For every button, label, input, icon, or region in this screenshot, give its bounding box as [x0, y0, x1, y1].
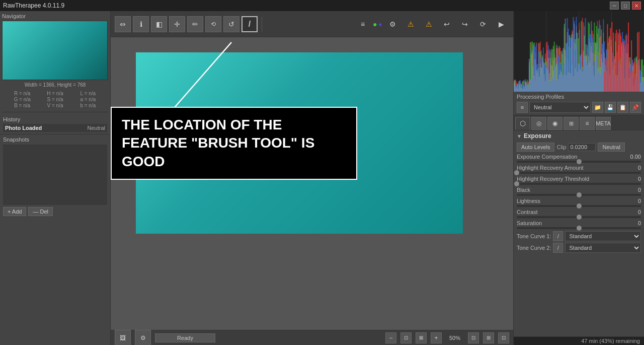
toolbar-separator: [262, 17, 262, 32]
proc-list-icon[interactable]: ≡: [517, 102, 528, 113]
zoom-in-button[interactable]: +: [431, 332, 442, 343]
proc-save-icon[interactable]: 💾: [605, 102, 616, 113]
statusbar-left: 🖼 ⚙ Ready: [115, 330, 215, 346]
proc-open-icon[interactable]: 📁: [592, 102, 603, 113]
minimize-button[interactable]: ─: [610, 2, 619, 10]
highlight-recovery-slider[interactable]: [517, 172, 641, 174]
expand-button[interactable]: ⊡: [498, 332, 509, 343]
saturation-slider[interactable]: [517, 227, 641, 229]
history-title: History: [3, 116, 107, 122]
annotation-text: THE LOCATION OF THE FEATURE "BRUSH TOOL"…: [122, 116, 346, 171]
close-button[interactable]: ✕: [632, 2, 641, 10]
brush-tool-button[interactable]: /: [242, 16, 258, 32]
info-tool-button[interactable]: ℹ: [133, 16, 149, 32]
statusbar: 🖼 ⚙ Ready − ⊡ ⊠ + 50% ⊡ ⊞ ⊡: [111, 330, 513, 345]
tab-raw[interactable]: ≡: [580, 117, 595, 130]
histogram-canvas: [514, 11, 644, 92]
tone-curve2-select[interactable]: Standard: [565, 243, 641, 253]
proc-paste-icon[interactable]: 📌: [630, 102, 641, 113]
contrast-slider[interactable]: [517, 216, 641, 218]
history-item-value: Neutral: [88, 125, 105, 131]
fullscreen-button[interactable]: ⊞: [483, 332, 494, 343]
tab-color[interactable]: ◎: [531, 117, 546, 130]
lightness-slider[interactable]: [517, 205, 641, 207]
black-row: Black 0: [517, 187, 641, 196]
toolbar: ⇔ ℹ ◧ ✛ ✏ ⟲ ↺ / ≡ ● ● ⚙ ⚠ ⚠ ↩ ↪ ⟳ ▶: [111, 11, 513, 37]
tab-transform[interactable]: ⊞: [564, 117, 579, 130]
exposure-panel: ▼ Exposure Auto Levels Clip Neutral Expo…: [514, 130, 644, 336]
right-panel: Processing Profiles ≡ Neutral 📁 💾 📋 📌 ⬡ …: [513, 11, 644, 345]
maximize-button[interactable]: □: [621, 2, 630, 10]
tone-curve1-label: Tone Curve 1:: [517, 233, 551, 239]
highlight-threshold-label: Highlight Recovery Threshold 0: [517, 176, 641, 182]
saturation-row: Saturation 0: [517, 220, 641, 229]
rotate-tool-button[interactable]: ↺: [223, 16, 239, 32]
status-settings-icon[interactable]: ⚙: [135, 330, 151, 346]
clip-input[interactable]: [568, 143, 596, 151]
statusbar-right: − ⊡ ⊠ + 50% ⊡ ⊞ ⊡: [385, 332, 509, 343]
color-tool-button[interactable]: ◧: [151, 16, 167, 32]
status-photo-icon[interactable]: 🖼: [115, 330, 131, 346]
navigator-title: Navigator: [2, 13, 108, 19]
tone-curve1-icon[interactable]: /: [553, 231, 563, 241]
auto-levels-button[interactable]: Auto Levels: [517, 143, 554, 152]
annotation-box: THE LOCATION OF THE FEATURE "BRUSH TOOL"…: [111, 107, 357, 180]
app-title: RawTherapee 4.0.11.9: [3, 2, 64, 9]
tab-meta[interactable]: META: [596, 117, 611, 130]
add-snapshot-button[interactable]: + Add: [3, 207, 26, 216]
nav-dimensions: Width = 1366, Height = 768: [5, 82, 105, 88]
contrast-row: Contrast 0: [517, 209, 641, 218]
settings-icon[interactable]: ⚙: [384, 16, 400, 32]
history-section: History Photo Loaded Neutral: [0, 114, 110, 134]
zoom-fit2-button[interactable]: ⊡: [468, 332, 479, 343]
zoom-100-button[interactable]: ⊠: [416, 332, 427, 343]
processing-profiles-title: Processing Profiles: [517, 94, 641, 100]
nav-g: G = n/a: [6, 97, 38, 102]
canvas-area[interactable]: THE LOCATION OF THE FEATURE "BRUSH TOOL"…: [111, 37, 513, 330]
history-item[interactable]: Photo Loaded Neutral: [3, 124, 107, 132]
proc-copy-icon[interactable]: 📋: [617, 102, 628, 113]
exposure-header[interactable]: ▼ Exposure: [517, 132, 641, 140]
fwd-icon[interactable]: ↪: [457, 16, 473, 32]
highlight-threshold-slider[interactable]: [517, 183, 641, 185]
status-text: Ready: [155, 333, 215, 342]
profile-select[interactable]: Neutral: [529, 102, 591, 113]
history-item-label: Photo Loaded: [5, 125, 42, 131]
nav-h: H = n/a: [39, 91, 71, 96]
snapshots-title: Snapshots: [3, 136, 107, 143]
exposure-comp-slider[interactable]: [517, 161, 641, 163]
nav-r: R = n/a: [6, 91, 38, 96]
tone-curve2-row: Tone Curve 2: / Standard: [517, 243, 641, 253]
tab-detail[interactable]: ◉: [547, 117, 562, 130]
pencil-tool-button[interactable]: ✏: [187, 16, 203, 32]
tone-curve2-icon[interactable]: /: [553, 243, 563, 253]
tone-curve1-select[interactable]: Standard: [565, 231, 641, 241]
nav-b2: b = n/a: [72, 103, 104, 108]
back-icon[interactable]: ↩: [439, 16, 455, 32]
nav-tool-button[interactable]: ⇔: [115, 16, 131, 32]
black-slider[interactable]: [517, 194, 641, 196]
highlight-recovery-row: Highlight Recovery Amount 0: [517, 165, 641, 174]
tone-curve2-label: Tone Curve 2:: [517, 245, 551, 251]
next-icon[interactable]: ▶: [493, 16, 509, 32]
warn1-icon[interactable]: ⚠: [403, 16, 419, 32]
tone-curve1-row: Tone Curve 1: / Standard: [517, 231, 641, 241]
exposure-title: Exposure: [524, 132, 551, 140]
clip-label: Clip: [556, 144, 566, 150]
sync-icon[interactable]: ⟳: [475, 16, 491, 32]
time-remaining: 47 min (43%) remaining: [514, 336, 644, 345]
zoom-out-button[interactable]: −: [385, 332, 396, 343]
transform-tool-button[interactable]: ⟲: [205, 16, 221, 32]
green-dot: ●: [373, 20, 377, 28]
neutral-button[interactable]: Neutral: [598, 143, 624, 152]
snapshots-buttons: + Add — Del: [3, 207, 107, 216]
nav-l: L = n/a: [72, 91, 104, 96]
menu-icon[interactable]: ≡: [355, 16, 371, 32]
tool-tabs: ⬡ ◎ ◉ ⊞ ≡ META: [514, 115, 644, 130]
crop-tool-button[interactable]: ✛: [169, 16, 185, 32]
del-snapshot-button[interactable]: — Del: [28, 207, 53, 216]
zoom-fit-button[interactable]: ⊡: [400, 332, 412, 343]
tab-exposure[interactable]: ⬡: [515, 117, 530, 130]
warn2-icon[interactable]: ⚠: [421, 16, 437, 32]
zoom-level: 50%: [446, 335, 464, 341]
